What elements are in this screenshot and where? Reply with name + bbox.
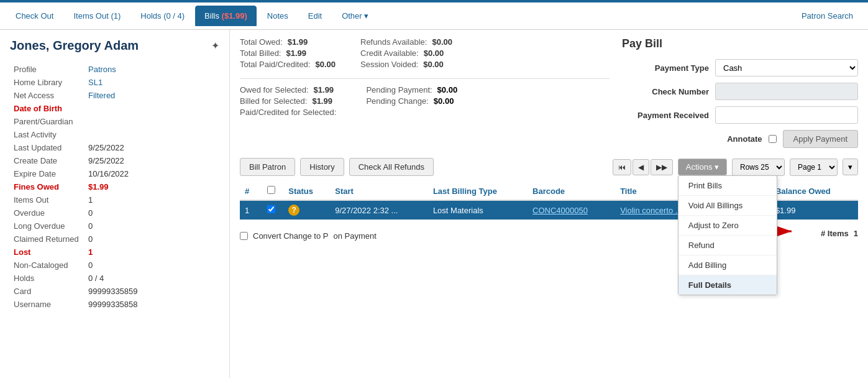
actions-dropdown-menu: Print Bills Void All Billings Adjust to … [678,175,777,295]
owed-section: Owed for Selected: $1.99 Billed for Sele… [240,85,610,119]
dob-row: Date of Birth [10,102,219,115]
bill-patron-button[interactable]: Bill Patron [240,158,295,176]
actions-button[interactable]: Actions ▾ [678,159,727,175]
pending-payment-row: Pending Payment: $0.00 [366,85,457,94]
parent-value [85,115,219,128]
expire-date-label: Expire Date [10,167,85,180]
tab-other[interactable]: Other ▾ [332,6,378,26]
tab-checkout[interactable]: Check Out [6,6,63,26]
payment-type-select[interactable]: Cash Check Credit Card [715,59,858,76]
refunds-row: Refunds Available: $0.00 [360,37,452,47]
check-number-label: Check Number [622,87,709,96]
void-all-billings-item[interactable]: Void All Billings [678,196,777,216]
refund-item[interactable]: Refund [678,236,777,256]
barcode-link[interactable]: CONC4000050 [532,206,588,215]
col-last-billing-type: Last Billing Type [428,182,528,200]
fines-owed-label: Fines Owed [10,180,85,193]
select-all-checkbox[interactable] [267,186,275,194]
col-status: Status [283,182,330,200]
total-billed-row: Total Billed: $1.99 [240,48,336,58]
annotate-checkbox[interactable] [769,135,777,143]
tab-items-out[interactable]: Items Out (1) [64,6,130,26]
add-billing-item[interactable]: Add Billing [678,256,777,275]
payment-type-label: Payment Type [622,63,709,73]
nav-first-button[interactable]: ⏮ [613,159,631,175]
items-count-row: # Items 1 [821,229,858,238]
session-voided-row: Session Voided: $0.00 [360,60,452,69]
cell-balance-owed: $1.99 [770,200,858,220]
net-access-row: Net Access Filtered [10,89,219,102]
title-link[interactable]: Violin concerto ... [620,206,682,215]
lost-row: Lost 1 [10,246,219,259]
cell-last-billing-type: Lost Materials [428,200,528,220]
pay-bill-section: Pay Bill Payment Type Cash Check Credit … [622,37,858,148]
profile-row: Profile Patrons [10,63,219,76]
nav-tabs: Check Out Items Out (1) Holds (0 / 4) Bi… [6,6,793,26]
holds-row: Holds 0 / 4 [10,272,219,285]
expire-date-value: 10/16/2022 [85,167,219,180]
adjust-to-zero-item[interactable]: Adjust to Zero [678,216,777,236]
check-all-refunds-button[interactable]: Check All Refunds [349,158,434,176]
total-owed-row: Total Owed: $1.99 [240,37,336,47]
row-checkbox[interactable] [267,205,275,213]
last-activity-value [85,128,219,141]
last-updated-row: Last Updated 9/25/2022 [10,141,219,154]
last-activity-label: Last Activity [10,128,85,141]
items-label: # Items [821,229,849,238]
owed-right: Pending Payment: $0.00 Pending Change: $… [366,85,457,119]
payment-received-row: Payment Received [622,106,858,124]
full-details-item[interactable]: Full Details [678,275,777,295]
dob-value [85,102,219,115]
dob-label: Date of Birth [10,102,85,115]
non-cataloged-row: Non-Cataloged 0 [10,259,219,272]
non-cataloged-label: Non-Cataloged [10,259,85,272]
col-barcode: Barcode [528,182,615,200]
nav-prev-button[interactable]: ◀ [633,159,649,175]
cell-start: 9/27/2022 2:32 ... [330,200,428,220]
owed-selected-row: Owed for Selected: $1.99 [240,85,341,94]
billed-selected-row: Billed for Selected: $1.99 [240,96,341,106]
payment-received-input[interactable] [715,106,858,124]
home-library-label: Home Library [10,76,85,89]
summary-section: Total Owed: $1.99 Total Billed: $1.99 To… [240,37,610,148]
claimed-returned-row: Claimed Returned 0 [10,233,219,246]
patron-search-link[interactable]: Patron Search [793,6,862,25]
tab-edit[interactable]: Edit [299,6,331,26]
last-updated-value: 9/25/2022 [85,141,219,154]
check-number-input[interactable] [715,83,858,100]
cell-check[interactable] [259,200,283,220]
lost-label: Lost [10,246,85,259]
annotate-row: Annotate Apply Payment [622,130,858,148]
check-number-row: Check Number [622,83,858,100]
tab-holds[interactable]: Holds (0 / 4) [131,6,194,26]
actions-dropdown-container: Actions ▾ Print Bills Void All Billings … [678,159,727,175]
pin-icon[interactable]: ✦ [211,40,219,52]
tab-bills[interactable]: Bills ($1.99) [195,6,257,26]
print-bills-item[interactable]: Print Bills [678,176,777,196]
action-bar: Bill Patron History Check All Refunds ⏮ … [240,158,858,176]
history-button[interactable]: History [300,158,344,176]
convert-label: Convert Change to P [253,231,328,241]
convert-checkbox[interactable] [240,232,248,240]
nav-next-button[interactable]: ▶▶ [651,159,673,175]
status-icon: ? [288,205,299,216]
apply-payment-button[interactable]: Apply Payment [783,130,858,148]
home-library-row: Home Library SL1 [10,76,219,89]
expire-date-row: Expire Date 10/16/2022 [10,167,219,180]
username-label: Username [10,298,85,311]
pay-bill-title: Pay Bill [622,37,858,50]
long-overdue-row: Long Overdue 0 [10,219,219,233]
payment-received-label: Payment Received [622,111,709,120]
page-select[interactable]: Page 1 [790,159,838,176]
tab-notes[interactable]: Notes [258,6,298,26]
fines-owed-row: Fines Owed $1.99 [10,180,219,193]
top-nav: Check Out Items Out (1) Holds (0 / 4) Bi… [0,2,868,30]
patron-name-row: Jones, Gregory Adam ✦ [10,39,219,53]
last-updated-label: Last Updated [10,141,85,154]
username-row: Username 99999335858 [10,298,219,311]
fines-owed-value: $1.99 [85,180,219,193]
home-library-value: SL1 [85,76,219,89]
rows-select[interactable]: Rows 25 Rows 50 [732,159,785,176]
expand-button[interactable]: ▾ [843,159,858,175]
holds-label: Holds [10,272,85,285]
